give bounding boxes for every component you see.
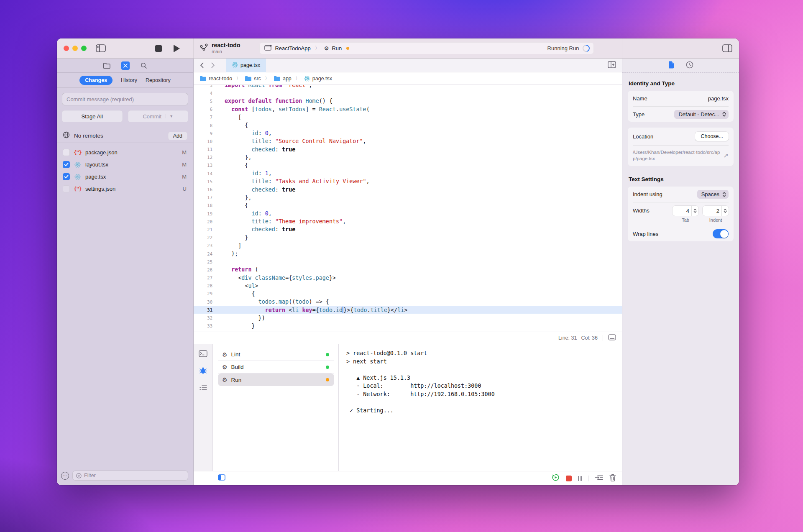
wrap-lines-toggle[interactable]	[713, 229, 729, 238]
commit-dropdown-icon[interactable]: ▼	[166, 114, 173, 118]
code-line[interactable]: 8 {	[194, 121, 622, 129]
stage-all-button[interactable]: Stage All	[62, 110, 123, 122]
task-row-build[interactable]: ⚙Build	[218, 361, 334, 373]
forward-icon[interactable]	[211, 62, 215, 68]
history-inspector-icon[interactable]	[686, 61, 693, 70]
back-icon[interactable]	[200, 62, 204, 68]
code-line[interactable]: 28 <ul>	[194, 282, 622, 290]
trash-icon[interactable]	[609, 474, 616, 483]
stop-button[interactable]	[155, 45, 162, 52]
code-line[interactable]: 27 <div className={styles.page}>	[194, 274, 622, 282]
tab-width-stepper[interactable]: 4	[673, 206, 698, 216]
close-window-button[interactable]	[64, 46, 69, 51]
restart-run-icon[interactable]	[552, 473, 560, 483]
react-file-icon	[74, 162, 82, 168]
tab-changes[interactable]: Changes	[79, 76, 113, 85]
minimap-toggle-icon[interactable]	[608, 334, 616, 342]
code-line[interactable]: 6 const [todos, setTodos] = React.useSta…	[194, 105, 622, 113]
code-line[interactable]: 20 title: "Theme improvements",	[194, 217, 622, 225]
file-checkbox[interactable]	[63, 173, 70, 180]
stepper-arrows-icon[interactable]	[721, 206, 729, 216]
code-line[interactable]: 3import React from 'react';	[194, 85, 622, 89]
code-line[interactable]: 23 ]	[194, 242, 622, 250]
task-row-lint[interactable]: ⚙Lint	[218, 348, 334, 361]
console-layout-toggle-icon[interactable]	[218, 474, 225, 482]
code-line[interactable]: 22 }	[194, 234, 622, 242]
type-select[interactable]: Default - Detec...	[674, 110, 729, 119]
chevron-right-icon: 〉	[314, 45, 321, 52]
file-row-settings.json[interactable]: {"}settings.jsonU	[57, 183, 193, 195]
code-line[interactable]: 29 {	[194, 290, 622, 298]
code-line[interactable]: 32 })	[194, 314, 622, 322]
toggle-right-sidebar-icon[interactable]	[722, 44, 732, 52]
code-line[interactable]: 12 },	[194, 153, 622, 161]
project-navigator-icon[interactable]	[103, 63, 110, 69]
commit-message-input[interactable]: Commit message (required)	[62, 93, 188, 105]
code-line[interactable]: 10 title: "Source Control Navigator",	[194, 137, 622, 145]
breadcrumb-app[interactable]: app	[274, 76, 292, 82]
code-line[interactable]: 11 checked: true	[194, 146, 622, 153]
run-button[interactable]	[174, 45, 180, 52]
debug-bug-icon[interactable]	[199, 367, 207, 376]
code-line[interactable]: 33 }	[194, 322, 622, 330]
breadcrumb-react-todo[interactable]: react-todo	[199, 76, 232, 82]
line-number: 33	[194, 323, 215, 328]
file-checkbox[interactable]	[63, 161, 70, 168]
search-navigator-icon[interactable]	[141, 62, 147, 69]
code-line[interactable]: 5export default function Home() {	[194, 97, 622, 105]
file-inspector-icon[interactable]	[668, 61, 674, 70]
file-checkbox[interactable]	[63, 149, 70, 156]
indent-using-select[interactable]: Spaces	[697, 190, 729, 199]
file-row-page.tsx[interactable]: page.tsxM	[57, 171, 193, 183]
stepper-arrows-icon[interactable]	[691, 206, 698, 216]
code-line[interactable]: 15 title: "Tasks and Activity Viewer",	[194, 177, 622, 185]
code-line[interactable]: 21 checked: true	[194, 225, 622, 233]
scheme-app-icon	[264, 45, 272, 52]
file-row-package.json[interactable]: {"}package.jsonM	[57, 146, 193, 159]
open-in-finder-icon[interactable]: ↗	[723, 152, 729, 159]
code-line[interactable]: 31 return <li key={todo.id}>{todo.title}…	[194, 306, 622, 314]
console-output[interactable]: > react-todo@0.1.0 start> next start ▲ N…	[338, 344, 622, 471]
breadcrumb-src[interactable]: src	[245, 76, 261, 82]
split-editor-icon[interactable]	[608, 61, 622, 70]
code-line[interactable]: 17 },	[194, 194, 622, 202]
pause-icon[interactable]	[578, 476, 582, 481]
line-number: 31	[194, 307, 215, 312]
task-row-run[interactable]: ⚙Run	[218, 373, 334, 386]
more-options-icon[interactable]: ⋯	[61, 472, 69, 480]
code-line[interactable]: 30 todos.map((todo) => {	[194, 298, 622, 306]
code-line[interactable]: 25	[194, 258, 622, 266]
tab-history[interactable]: History	[121, 77, 137, 83]
file-checkbox[interactable]	[63, 185, 70, 192]
minimize-window-button[interactable]	[72, 46, 78, 51]
source-editor[interactable]: 3import React from 'react';45export defa…	[194, 85, 622, 332]
code-line[interactable]: 19 id: 0,	[194, 210, 622, 217]
commit-button[interactable]: Commit▼	[128, 110, 189, 122]
code-line[interactable]: 7 [	[194, 113, 622, 121]
scheme-bar[interactable]: ReactTodoApp 〉 ⚙ Run Running Run	[259, 42, 594, 54]
code-line[interactable]: 4	[194, 89, 622, 97]
console-strip-icon[interactable]	[199, 350, 207, 359]
gear-icon: ⚙	[222, 351, 228, 358]
code-line[interactable]: 14 id: 1,	[194, 169, 622, 177]
filter-input[interactable]: Filter	[72, 471, 188, 481]
breadcrumb-page.tsx[interactable]: page.tsx	[304, 76, 332, 82]
indent-width-stepper[interactable]: 2	[703, 206, 729, 216]
report-list-icon[interactable]	[199, 384, 207, 392]
file-row-layout.tsx[interactable]: layout.tsxM	[57, 159, 193, 171]
choose-location-button[interactable]: Choose...	[695, 132, 729, 141]
tab-repository[interactable]: Repository	[146, 77, 171, 83]
code-line[interactable]: 26 return (	[194, 266, 622, 274]
debug-bar-toggle-icon[interactable]	[595, 475, 603, 482]
toggle-left-sidebar-icon[interactable]	[96, 44, 106, 52]
editor-tab-page-tsx[interactable]: page.tsx	[226, 59, 266, 72]
code-line[interactable]: 18 {	[194, 202, 622, 210]
zoom-window-button[interactable]	[81, 46, 87, 51]
code-line[interactable]: 24 );	[194, 250, 622, 258]
code-line[interactable]: 9 id: 0,	[194, 129, 622, 137]
stop-console-icon[interactable]	[566, 476, 572, 481]
code-line[interactable]: 13 {	[194, 161, 622, 169]
source-control-navigator-icon[interactable]	[121, 61, 130, 70]
code-line[interactable]: 16 checked: true	[194, 185, 622, 193]
add-remote-button[interactable]: Add	[168, 132, 187, 140]
